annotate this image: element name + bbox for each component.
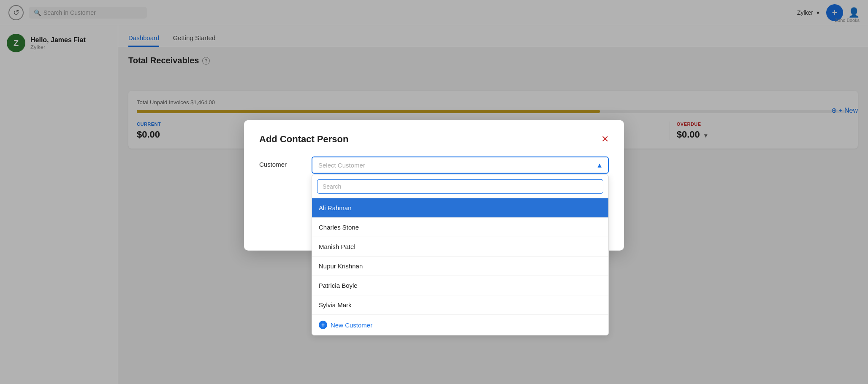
- customer-option-manish-patel[interactable]: Manish Patel: [312, 237, 608, 257]
- customer-field-label: Customer: [259, 157, 301, 168]
- modal-body: Customer Select Customer ▲ Ali Rahman Ch…: [259, 157, 609, 174]
- dropdown-search-area: [312, 175, 608, 198]
- plus-circle-icon: +: [319, 321, 327, 329]
- new-customer-option[interactable]: + New Customer: [312, 315, 608, 335]
- customer-option-charles-stone[interactable]: Charles Stone: [312, 218, 608, 237]
- modal-title: Add Contact Person: [259, 134, 348, 145]
- select-placeholder: Select Customer: [318, 162, 365, 169]
- new-customer-label: New Customer: [331, 321, 372, 328]
- chevron-up-icon: ▲: [596, 161, 603, 169]
- modal-header: Add Contact Person ✕: [259, 134, 609, 145]
- customer-select-wrapper: Select Customer ▲ Ali Rahman Charles Sto…: [312, 157, 609, 174]
- customer-dropdown: Ali Rahman Charles Stone Manish Patel Nu…: [312, 175, 609, 335]
- dropdown-search-input[interactable]: [317, 179, 603, 194]
- close-button[interactable]: ✕: [601, 135, 609, 144]
- customer-option-ali-rahman[interactable]: Ali Rahman: [312, 198, 608, 218]
- customer-option-patricia-boyle[interactable]: Patricia Boyle: [312, 276, 608, 295]
- customer-option-sylvia-mark[interactable]: Sylvia Mark: [312, 295, 608, 315]
- add-contact-modal: Add Contact Person ✕ Customer Select Cus…: [244, 120, 624, 251]
- customer-option-nupur-krishnan[interactable]: Nupur Krishnan: [312, 257, 608, 276]
- customer-select[interactable]: Select Customer: [312, 157, 609, 174]
